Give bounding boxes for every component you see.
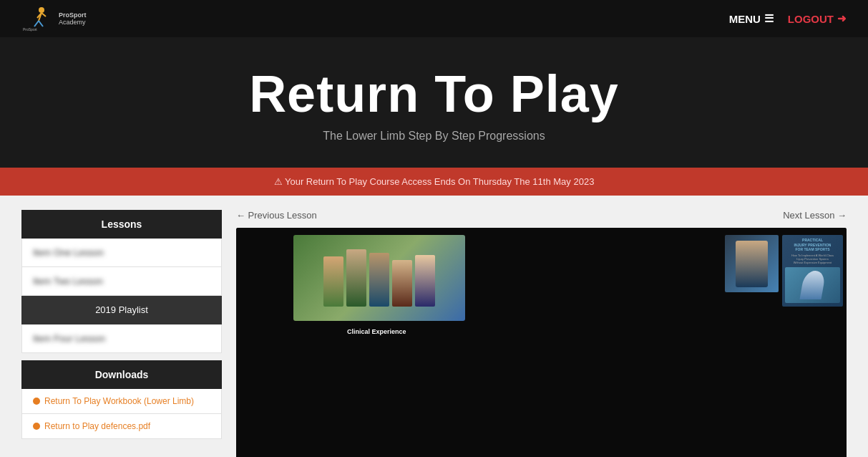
person-5 xyxy=(415,255,435,307)
prosport-logo-icon: ProSport Academy xyxy=(21,5,54,32)
logout-label: LOGOUT xyxy=(788,13,834,25)
download-dot-1 xyxy=(33,398,40,405)
prev-lesson-link[interactable]: ← Previous Lesson xyxy=(236,210,317,221)
menu-label: MENU xyxy=(729,13,761,25)
person-2 xyxy=(346,249,366,307)
alert-bar: ⚠ Your Return To Play Course Access Ends… xyxy=(0,168,868,196)
injury-book-figure xyxy=(799,271,826,299)
video-player[interactable]: THE 'GO-TO'PHYSIO BY DAVID GOULDEN How I… xyxy=(236,228,847,457)
sidebar-item-4-label: Item Four Lesson xyxy=(33,333,105,344)
person-4 xyxy=(392,260,412,307)
hamburger-icon: ☰ xyxy=(764,12,774,25)
lesson-navigation: ← Previous Lesson Next Lesson → xyxy=(236,210,847,221)
injury-book-subtitle: How To Implement A World-ClassInjury Pre… xyxy=(785,254,840,265)
sidebar-active-label: 2019 Playlist xyxy=(95,304,148,315)
clinical-experience-label: Clinical Experience xyxy=(347,328,406,335)
header: ProSport Academy ProSport Academy MENU ☰… xyxy=(0,0,868,37)
sidebar-item-1[interactable]: Item One Lesson xyxy=(21,239,222,267)
person-3 xyxy=(369,253,389,307)
page-subtitle: The Lower Limb Step By Step Progressions xyxy=(14,130,854,143)
injury-book-title: PRACTICALINJURY PREVENTIONFOR TEAM SPORT… xyxy=(785,238,840,252)
download-2-label: Return to Play defences.pdf xyxy=(44,421,150,431)
group-people xyxy=(320,246,439,310)
sidebar: Lessons Item One Lesson Item Two Lesson … xyxy=(21,210,222,457)
sidebar-item-active[interactable]: 2019 Playlist xyxy=(21,296,222,324)
download-dot-2 xyxy=(33,423,40,430)
sidebar-download-2[interactable]: Return to Play defences.pdf xyxy=(21,414,222,439)
sidebar-item-1-label: Item One Lesson xyxy=(33,247,104,258)
menu-button[interactable]: MENU ☰ xyxy=(729,12,774,25)
alert-text: ⚠ Your Return To Play Course Access Ends… xyxy=(274,176,595,187)
download-1-label: Return To Play Workbook (Lower Limb) xyxy=(44,396,194,406)
injury-book: PRACTICALINJURY PREVENTIONFOR TEAM SPORT… xyxy=(782,235,843,307)
next-lesson-link[interactable]: Next Lesson → xyxy=(783,210,847,221)
sidebar-item-4[interactable]: Item Four Lesson xyxy=(21,324,222,353)
side-person-thumb xyxy=(725,235,779,292)
main-content: Lessons Item One Lesson Item Two Lesson … xyxy=(0,196,868,457)
logo-area: ProSport Academy ProSport Academy xyxy=(21,5,87,32)
sidebar-download-1[interactable]: Return To Play Workbook (Lower Limb) xyxy=(21,389,222,414)
logout-button[interactable]: LOGOUT ➜ xyxy=(788,12,847,25)
video-area: ← Previous Lesson Next Lesson → xyxy=(236,210,847,457)
page-title: Return To Play xyxy=(14,66,854,122)
sidebar-downloads-header: Downloads xyxy=(21,360,222,389)
svg-text:ProSport: ProSport xyxy=(23,27,37,32)
logout-arrow-icon: ➜ xyxy=(837,12,847,25)
side-person-figure xyxy=(736,241,768,287)
sidebar-item-2-label: Item Two Lesson xyxy=(33,276,103,287)
hero-section: Return To Play The Lower Limb Step By St… xyxy=(0,37,868,168)
svg-point-1 xyxy=(39,7,44,13)
video-thumbnail-area: THE 'GO-TO'PHYSIO BY DAVID GOULDEN How I… xyxy=(236,228,847,457)
sidebar-lessons-header: Lessons xyxy=(21,210,222,239)
logo-text-prosport: ProSport xyxy=(59,11,87,19)
group-photo xyxy=(293,235,465,321)
person-1 xyxy=(323,256,343,307)
header-nav: MENU ☰ LOGOUT ➜ xyxy=(729,12,847,25)
injury-book-image xyxy=(785,267,840,303)
logo-text-academy: Academy xyxy=(59,19,87,26)
sidebar-item-2[interactable]: Item Two Lesson xyxy=(21,267,222,296)
